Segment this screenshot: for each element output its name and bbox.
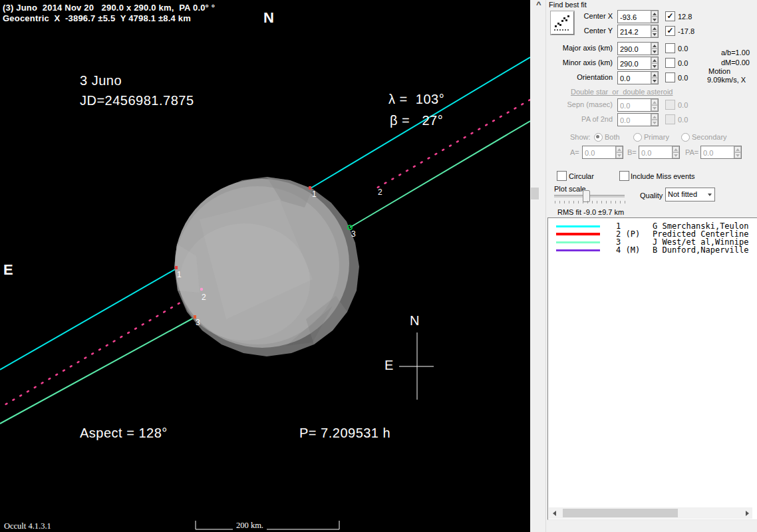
center-y-spinner[interactable]: [651, 25, 658, 37]
show-secondary-radio: [681, 133, 690, 142]
circular-checkbox[interactable]: [557, 171, 567, 181]
center-y-checkbox[interactable]: [665, 26, 675, 36]
scroll-right-icon[interactable]: [742, 507, 752, 519]
legend-swatch-1: [556, 225, 600, 227]
show-primary-radio: [633, 133, 642, 142]
center-y-delta: -17.8: [678, 27, 694, 35]
center-x-label: Center X: [545, 12, 613, 20]
plot-vertical-scrollbar-thumb[interactable]: [531, 188, 539, 200]
motion-label: Motion: [708, 67, 730, 75]
pa-field: [700, 146, 742, 159]
legend-scrollbar-thumb[interactable]: [563, 509, 678, 517]
scale-bar-label: 200 km.: [233, 521, 267, 531]
chord-legend-listbox[interactable]: 1 G Smerchanski,Teulon 2 (P) Predicted C…: [547, 217, 757, 520]
chord3-label-right: 3: [351, 229, 356, 239]
period-label: P= 7.209531 h: [299, 426, 390, 441]
a-field: [582, 146, 623, 159]
legend-name-4: B Dunford,Naperville: [653, 245, 749, 255]
center-y-label: Center Y: [545, 27, 613, 35]
panel-title: Find best fit: [549, 1, 587, 9]
center-y-field[interactable]: [617, 25, 659, 38]
major-axis-delta: 0.0: [678, 45, 688, 53]
pa-of-2nd-checkbox: [665, 114, 675, 124]
chord2-dotted-left: [0, 291, 201, 408]
occultation-plot: (3) Juno 2014 Nov 20 290.0 x 290.0 km, P…: [0, 0, 530, 532]
chord1-label-right: 1: [312, 190, 317, 199]
pa-of-2nd-spinner: [651, 114, 658, 126]
show-label: Show:: [570, 133, 591, 141]
b-label: B=: [627, 148, 637, 156]
chord2-label-left: 2: [202, 293, 206, 302]
show-primary-label: Primary: [644, 133, 669, 141]
ab-ratio-label: a/b=1.00: [705, 49, 750, 57]
plot-scale-label: Plot scale: [554, 185, 586, 193]
major-axis-label: Major axis (km): [545, 44, 613, 52]
a-spinner: [615, 146, 623, 158]
major-axis-spinner[interactable]: [651, 43, 658, 55]
scroll-left-icon[interactable]: [549, 507, 559, 519]
asteroid-shape-model: [174, 177, 359, 356]
orientation-label: Orientation: [545, 73, 613, 81]
pa-of-2nd-label: PA of 2nd: [545, 115, 613, 123]
dm-label: dM=0.00: [705, 59, 750, 66]
orientation-field[interactable]: [617, 71, 659, 84]
north-direction-label: N: [263, 9, 274, 27]
major-axis-field[interactable]: [617, 42, 659, 55]
center-x-field[interactable]: [617, 10, 659, 23]
minor-axis-delta: 0.0: [678, 59, 688, 67]
east-direction-label: E: [3, 261, 13, 279]
legend-swatch-4: [556, 249, 600, 251]
julian-date-label: JD=2456981.7875: [80, 93, 194, 108]
chord3-line-left: [0, 317, 195, 424]
show-secondary-label: Secondary: [692, 133, 727, 141]
minor-axis-label: Minor axis (km): [545, 59, 613, 66]
orientation-delta: 0.0: [678, 74, 688, 82]
legend-swatch-3: [556, 241, 600, 243]
orientation-spinner[interactable]: [651, 72, 658, 84]
sepn-spinner: [651, 99, 658, 111]
chevron-down-icon: [704, 188, 714, 201]
chord2-end-marker-left: [200, 288, 203, 291]
b-field: [639, 146, 680, 159]
legend-row-4[interactable]: 4 (M) B Dunford,Naperville: [556, 246, 749, 254]
chord3-line-right: [350, 121, 530, 227]
quality-value: Not fitted: [666, 188, 704, 201]
sepn-label: Sepn (masec): [545, 100, 613, 108]
pa-label: PA=: [685, 148, 698, 156]
beta-label: β = 27°: [390, 113, 443, 128]
include-miss-events-checkbox[interactable]: [619, 171, 629, 181]
center-x-delta: 12.8: [678, 13, 692, 21]
legend-num-4: 4 (M): [616, 245, 653, 255]
center-x-spinner[interactable]: [651, 11, 658, 23]
compass-north-label: N: [410, 313, 420, 329]
collapse-chevron-icon[interactable]: ^: [536, 0, 541, 9]
sepn-field: [617, 98, 659, 112]
pa-of-2nd-delta: 0.0: [678, 116, 688, 124]
pa-spinner: [734, 146, 741, 158]
rms-fit-label: RMS fit -9.0 ±9.7 km: [557, 208, 624, 216]
find-best-fit-panel: ^ Find best fit Center X: [530, 0, 757, 532]
chord1-line-left: [0, 269, 176, 370]
legend-horizontal-scrollbar[interactable]: [549, 507, 752, 519]
occult-window: (3) Juno 2014 Nov 20 290.0 x 290.0 km, P…: [0, 0, 757, 532]
orientation-checkbox[interactable]: [665, 72, 675, 82]
compass-east-label: E: [384, 358, 394, 373]
object-name-label: 3 Juno: [80, 73, 122, 88]
center-x-checkbox[interactable]: [665, 11, 675, 21]
chord1-end-marker-left: [175, 266, 178, 269]
b-spinner: [672, 146, 679, 158]
chord3-label-left: 3: [196, 318, 200, 327]
quality-label: Quality: [640, 192, 663, 200]
chord2-label-right: 2: [378, 188, 382, 197]
minor-axis-checkbox[interactable]: [665, 58, 675, 68]
motion-value: 9.09km/s, X: [707, 76, 746, 84]
minor-axis-spinner[interactable]: [651, 57, 658, 69]
show-both-radio: [594, 133, 603, 142]
quality-dropdown[interactable]: Not fitted: [665, 188, 715, 201]
include-miss-events-label: Include Miss events: [631, 172, 695, 180]
minor-axis-field[interactable]: [617, 57, 659, 70]
scale-bar: [196, 521, 339, 529]
major-axis-checkbox[interactable]: [665, 43, 675, 53]
plot-scale-slider-ticks: [555, 201, 625, 203]
a-label: A=: [570, 148, 579, 156]
